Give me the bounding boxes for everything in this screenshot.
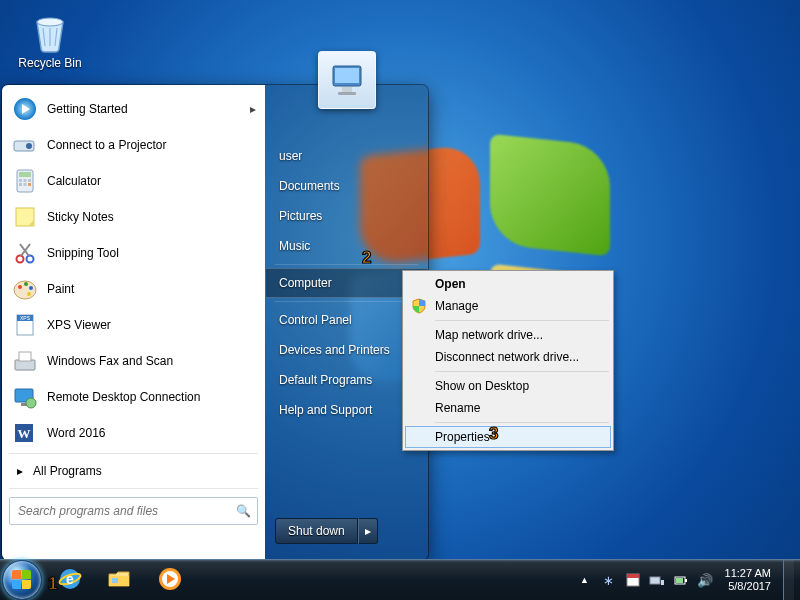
svg-rect-45: [685, 579, 687, 582]
tray-clock[interactable]: 11:27 AM 5/8/2017: [721, 567, 775, 593]
ctx-show-desktop[interactable]: Show on Desktop: [405, 375, 611, 397]
shield-icon: [411, 298, 427, 314]
fax-scan-icon: [11, 347, 39, 375]
tray-power-icon[interactable]: [673, 572, 689, 588]
start-item-label: Getting Started: [47, 102, 128, 116]
tray-action-center-icon[interactable]: [625, 572, 641, 588]
folder-icon: [107, 568, 133, 593]
start-item-word[interactable]: W Word 2016: [3, 415, 264, 451]
tray-show-hidden-icon[interactable]: ▲: [577, 572, 593, 588]
shutdown-group: Shut down ▸: [275, 518, 418, 544]
svg-point-3: [26, 143, 32, 149]
desktop-icon-label: Recycle Bin: [18, 56, 81, 70]
remote-desktop-icon: [11, 383, 39, 411]
separator: [275, 264, 418, 265]
windows-logo-icon: [12, 570, 32, 590]
taskbar-explorer[interactable]: [98, 564, 142, 596]
desktop[interactable]: Recycle Bin Getting Started ▸ Connect to…: [0, 0, 800, 600]
start-item-projector[interactable]: Connect to a Projector: [3, 127, 264, 163]
ctx-manage[interactable]: Manage: [405, 295, 611, 317]
tray-time: 11:27 AM: [725, 567, 771, 580]
svg-rect-11: [28, 183, 31, 186]
start-item-label: XPS Viewer: [47, 318, 111, 332]
svg-rect-43: [661, 580, 664, 585]
tray-bluetooth-icon[interactable]: ∗: [601, 572, 617, 588]
tray-volume-icon[interactable]: 🔊: [697, 572, 713, 588]
recycle-bin-icon: [27, 8, 73, 54]
all-programs-arrow-icon: ▸: [17, 464, 23, 478]
start-item-paint[interactable]: Paint: [3, 271, 264, 307]
start-item-sticky-notes[interactable]: Sticky Notes: [3, 199, 264, 235]
svg-rect-5: [19, 172, 31, 177]
user-avatar[interactable]: [318, 51, 376, 109]
calculator-icon: [11, 167, 39, 195]
separator: [435, 371, 609, 372]
xps-viewer-icon: XPS: [11, 311, 39, 339]
separator: [9, 488, 258, 489]
start-item-label: Sticky Notes: [47, 210, 114, 224]
svg-rect-38: [112, 578, 118, 583]
getting-started-icon: [11, 95, 39, 123]
separator: [435, 320, 609, 321]
svg-point-19: [27, 292, 31, 296]
svg-point-27: [26, 398, 36, 408]
start-item-snipping-tool[interactable]: Snipping Tool: [3, 235, 264, 271]
all-programs[interactable]: ▸ All Programs: [3, 456, 264, 486]
svg-rect-32: [342, 87, 352, 92]
start-right-music[interactable]: Music: [265, 231, 428, 261]
start-right-user[interactable]: user: [265, 141, 428, 171]
svg-rect-46: [676, 578, 683, 583]
ctx-map-drive[interactable]: Map network drive...: [405, 324, 611, 346]
start-item-label: Remote Desktop Connection: [47, 390, 200, 404]
search-box[interactable]: 🔍: [9, 497, 258, 525]
svg-point-0: [37, 18, 63, 26]
submenu-arrow-icon: ▸: [250, 102, 256, 116]
all-programs-label: All Programs: [33, 464, 102, 478]
svg-rect-10: [24, 183, 27, 186]
svg-rect-42: [650, 577, 660, 584]
system-tray: ▲ ∗ 🔊 11:27 AM 5/8/2017: [577, 560, 800, 600]
svg-rect-6: [19, 179, 22, 182]
desktop-icon-recycle-bin[interactable]: Recycle Bin: [12, 8, 88, 70]
start-item-fax-scan[interactable]: Windows Fax and Scan: [3, 343, 264, 379]
taskbar-media-player[interactable]: [148, 564, 192, 596]
ctx-rename[interactable]: Rename: [405, 397, 611, 419]
word-icon: W: [11, 419, 39, 447]
svg-rect-8: [28, 179, 31, 182]
ctx-properties[interactable]: Properties: [405, 426, 611, 448]
search-input[interactable]: [16, 503, 236, 519]
svg-point-18: [29, 286, 33, 290]
ctx-open[interactable]: Open: [405, 273, 611, 295]
snipping-tool-icon: [11, 239, 39, 267]
start-button[interactable]: [2, 560, 42, 600]
media-player-icon: [157, 566, 183, 595]
start-item-label: Calculator: [47, 174, 101, 188]
start-item-label: Connect to a Projector: [47, 138, 166, 152]
ctx-disconnect-drive[interactable]: Disconnect network drive...: [405, 346, 611, 368]
svg-point-16: [18, 285, 22, 289]
shutdown-button[interactable]: Shut down: [275, 518, 358, 544]
search-icon: 🔍: [236, 504, 251, 518]
paint-icon: [11, 275, 39, 303]
taskbar-ie[interactable]: e: [48, 564, 92, 596]
context-menu: Open Manage Map network drive... Disconn…: [402, 270, 614, 451]
start-item-label: Snipping Tool: [47, 246, 119, 260]
start-item-xps-viewer[interactable]: XPS XPS Viewer: [3, 307, 264, 343]
start-item-calculator[interactable]: Calculator: [3, 163, 264, 199]
computer-monitor-icon: [325, 58, 369, 102]
show-desktop-button[interactable]: [783, 560, 794, 600]
svg-rect-7: [24, 179, 27, 182]
svg-rect-9: [19, 183, 22, 186]
tray-network-icon[interactable]: [649, 572, 665, 588]
separator: [9, 453, 258, 454]
start-right-pictures[interactable]: Pictures: [265, 201, 428, 231]
svg-point-13: [17, 256, 24, 263]
start-item-remote-desktop[interactable]: Remote Desktop Connection: [3, 379, 264, 415]
ie-icon: e: [57, 566, 83, 595]
svg-point-17: [24, 282, 28, 286]
separator: [435, 422, 609, 423]
start-right-documents[interactable]: Documents: [265, 171, 428, 201]
start-item-getting-started[interactable]: Getting Started ▸: [3, 91, 264, 127]
tray-date: 5/8/2017: [725, 580, 771, 593]
shutdown-options-button[interactable]: ▸: [358, 518, 378, 544]
